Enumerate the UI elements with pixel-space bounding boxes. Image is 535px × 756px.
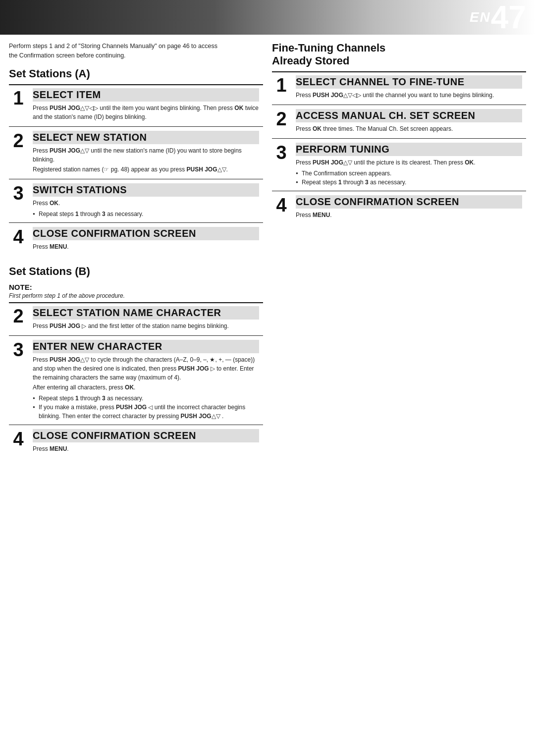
step-ft-1-number: 1 xyxy=(272,72,291,105)
step-a-2-heading: Select New Station xyxy=(33,131,259,144)
step-b-2-content: Select Station Name Character Press PUSH… xyxy=(28,303,263,335)
step-ft-3-heading: Perform Tuning xyxy=(296,143,522,156)
step-ft-4-number: 4 xyxy=(272,192,291,224)
step-ft-4: 4 Close Confirmation Screen Press MENU. xyxy=(272,192,526,224)
step-a-3-desc: Press OK. xyxy=(33,199,259,208)
step-b-2-desc: Press PUSH JOG ▷ and the first letter of… xyxy=(33,322,259,330)
step-ft-3-bullet-2: Repeat steps 1 through 3 as necessary. xyxy=(296,178,522,187)
step-a-3-number: 3 xyxy=(9,180,28,222)
left-column: Perform steps 1 and 2 of "Storing Channe… xyxy=(9,42,263,459)
step-ft-3-bullets: The Confirmation screen appears. Repeat … xyxy=(296,169,522,187)
step-a-4-heading: Close Confirmation Screen xyxy=(33,227,259,240)
step-ft-3-desc: Press PUSH JOG△▽ until the picture is it… xyxy=(296,158,522,167)
step-b-3-desc2: After entering all characters, press OK. xyxy=(33,383,259,392)
step-ft-2-desc: Press OK three times. The Manual Ch. Set… xyxy=(296,124,522,133)
page-header: EN 47 xyxy=(0,0,535,35)
step-b-2-heading: Select Station Name Character xyxy=(33,306,259,320)
step-ft-3-content: Perform Tuning Press PUSH JOG△▽ until th… xyxy=(291,140,526,191)
en-label: EN xyxy=(470,9,491,25)
step-a-1-heading: Select Item xyxy=(33,88,259,102)
step-a-2: 2 Select New Station Press PUSH JOG△▽ un… xyxy=(9,128,263,179)
step-ft-1-desc: Press PUSH JOG△▽◁▷ until the channel you… xyxy=(296,91,522,100)
step-b-4-number: 4 xyxy=(9,426,28,458)
step-a-1: 1 Select Item Press PUSH JOG△▽◁▷ until t… xyxy=(9,84,263,127)
step-ft-1: 1 Select Channel to Fine-Tune Press PUSH… xyxy=(272,71,526,105)
page-content: Perform steps 1 and 2 of "Storing Channe… xyxy=(0,35,535,466)
step-ft-4-content: Close Confirmation Screen Press MENU. xyxy=(291,192,526,224)
page-number: 47 xyxy=(491,1,526,33)
step-ft-2-content: Access Manual Ch. Set Screen Press OK th… xyxy=(291,106,526,138)
set-stations-a-section: Set Stations (A) 1 Select Item Press PUS… xyxy=(9,67,263,256)
step-b-4: 4 Close Confirmation Screen Press MENU. xyxy=(9,426,263,458)
step-a-1-content: Select Item Press PUSH JOG△▽◁▷ until the… xyxy=(28,85,263,126)
note-heading: NOTE: xyxy=(9,283,263,291)
step-a-2-number: 2 xyxy=(9,128,28,179)
step-a-3: 3 Switch Stations Press OK. Repeat steps… xyxy=(9,180,263,223)
step-b-3-content: Enter New Character Press PUSH JOG△▽ to … xyxy=(28,337,263,425)
set-stations-b-section: Set Stations (B) NOTE: First perform ste… xyxy=(9,265,263,458)
step-ft-3: 3 Perform Tuning Press PUSH JOG△▽ until … xyxy=(272,140,526,191)
step-b-4-heading: Close Confirmation Screen xyxy=(33,429,259,442)
step-a-3-bullet-1: Repeat steps 1 through 3 as necessary. xyxy=(33,210,259,218)
step-a-4-desc: Press MENU. xyxy=(33,242,259,251)
step-b-4-content: Close Confirmation Screen Press MENU. xyxy=(28,426,263,458)
fine-tuning-title: Fine-Tuning ChannelsAlready Stored xyxy=(272,42,526,67)
step-b-3-bullets: Repeat steps 1 through 3 as necessary. I… xyxy=(33,394,259,421)
step-b-3-heading: Enter New Character xyxy=(33,340,259,353)
step-b-3-desc: Press PUSH JOG△▽ to cycle through the ch… xyxy=(33,355,259,382)
step-a-2-desc: Press PUSH JOG△▽ until the new station's… xyxy=(33,146,259,164)
step-ft-2-heading: Access Manual Ch. Set Screen xyxy=(296,109,522,122)
intro-text: Perform steps 1 and 2 of "Storing Channe… xyxy=(9,42,222,60)
step-a-1-desc: Press PUSH JOG△▽◁▷ until the item you wa… xyxy=(33,104,259,121)
step-ft-1-content: Select Channel to Fine-Tune Press PUSH J… xyxy=(291,72,526,105)
step-a-3-bullets: Repeat steps 1 through 3 as necessary. xyxy=(33,210,259,218)
step-b-3-bullet-2: If you make a mistake, press PUSH JOG ◁ … xyxy=(33,403,259,421)
step-ft-2: 2 Access Manual Ch. Set Screen Press OK … xyxy=(272,106,526,139)
step-a-3-heading: Switch Stations xyxy=(33,183,259,197)
step-ft-3-number: 3 xyxy=(272,140,291,191)
step-b-3-bullet-1: Repeat steps 1 through 3 as necessary. xyxy=(33,394,259,403)
right-column: Fine-Tuning ChannelsAlready Stored 1 Sel… xyxy=(272,42,526,459)
step-a-1-number: 1 xyxy=(9,85,28,126)
step-ft-3-bullet-1: The Confirmation screen appears. xyxy=(296,169,522,178)
step-b-2: 2 Select Station Name Character Press PU… xyxy=(9,302,263,336)
fine-tuning-section: Fine-Tuning ChannelsAlready Stored 1 Sel… xyxy=(272,42,526,224)
set-stations-a-title: Set Stations (A) xyxy=(9,67,263,80)
step-ft-4-desc: Press MENU. xyxy=(296,211,522,219)
note-text: First perform step 1 of the above proced… xyxy=(9,292,263,299)
step-b-3: 3 Enter New Character Press PUSH JOG△▽ t… xyxy=(9,337,263,425)
step-a-2-desc2: Registered station names (☞ pg. 48) appe… xyxy=(33,165,259,174)
step-ft-4-heading: Close Confirmation Screen xyxy=(296,195,522,209)
step-a-4: 4 Close Confirmation Screen Press MENU. xyxy=(9,224,263,256)
set-stations-b-title: Set Stations (B) xyxy=(9,265,263,278)
step-b-2-number: 2 xyxy=(9,303,28,335)
step-ft-1-heading: Select Channel to Fine-Tune xyxy=(296,75,522,89)
step-a-3-content: Switch Stations Press OK. Repeat steps 1… xyxy=(28,180,263,222)
step-a-4-content: Close Confirmation Screen Press MENU. xyxy=(28,224,263,256)
step-a-4-number: 4 xyxy=(9,224,28,256)
step-ft-2-number: 2 xyxy=(272,106,291,138)
step-b-3-number: 3 xyxy=(9,337,28,425)
step-b-4-desc: Press MENU. xyxy=(33,444,259,453)
step-a-2-content: Select New Station Press PUSH JOG△▽ unti… xyxy=(28,128,263,179)
